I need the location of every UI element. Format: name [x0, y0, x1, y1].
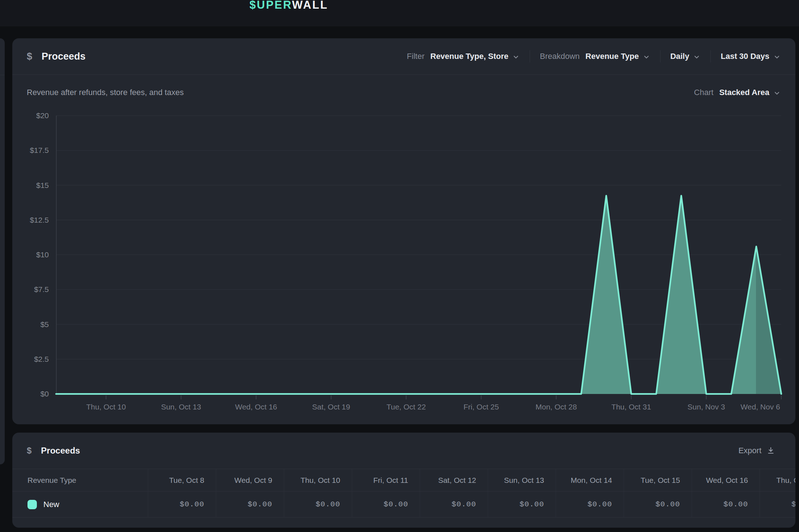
- column-header: Wed, Oct 9: [216, 469, 284, 491]
- chevron-down-icon: [512, 53, 520, 61]
- value-cell: $0.00: [148, 492, 216, 517]
- column-header: Wed, Oct 16: [692, 469, 760, 491]
- x-axis-tick-label: Tue, Oct 22: [366, 403, 446, 411]
- chart-type-value: Stacked Area: [719, 88, 769, 97]
- chevron-down-icon: [693, 53, 701, 61]
- y-axis-tick-label: $5: [9, 320, 49, 329]
- chart-sub-row: Revenue after refunds, store fees, and t…: [12, 88, 795, 97]
- filter-divider: [660, 50, 661, 63]
- filter-divider: [530, 50, 530, 63]
- value-cell: $0.00: [760, 492, 795, 517]
- chart-subtitle: Revenue after refunds, store fees, and t…: [27, 88, 184, 97]
- column-header: Sat, Oct 12: [420, 469, 488, 491]
- filter-value: Revenue Type, Store: [430, 52, 508, 61]
- filter-bar: Filter Revenue Type, Store Breakdown Rev…: [407, 50, 781, 63]
- value-cell: $0.00: [624, 492, 692, 517]
- x-axis-tick-label: Wed, Nov 6: [721, 403, 799, 411]
- breakdown-value: Revenue Type: [585, 52, 639, 61]
- value-cell: $0.00: [284, 492, 352, 517]
- column-header: Thu, Oct 17: [760, 469, 795, 491]
- chart-type-dropdown[interactable]: Chart Stacked Area: [694, 88, 781, 97]
- chevron-down-icon: [773, 89, 781, 97]
- top-navigation-bar: $UPERWALL: [0, 0, 799, 26]
- column-header: Tue, Oct 15: [624, 469, 692, 491]
- x-axis-tick-label: Mon, Oct 28: [516, 403, 596, 411]
- breakdown-label: Breakdown: [540, 52, 580, 61]
- chart-panel-header: $ Proceeds Filter Revenue Type, Store Br…: [12, 38, 795, 75]
- proceeds-table-panel: $ Proceeds Export Revenue TypeTue, Oct 8…: [12, 433, 795, 528]
- date-range-value: Last 30 Days: [721, 52, 769, 61]
- value-cell: $0.00: [420, 492, 488, 517]
- value-cell: $0.00: [216, 492, 284, 517]
- granularity-dropdown[interactable]: Daily: [670, 52, 701, 61]
- logo-rest-text: WALL: [292, 0, 328, 11]
- x-axis-tick-label: Fri, Oct 25: [441, 403, 521, 411]
- superwall-logo: $UPERWALL: [249, 0, 328, 12]
- x-axis-tick-label: Wed, Oct 16: [216, 403, 296, 411]
- filter-dropdown[interactable]: Filter Revenue Type, Store: [407, 52, 520, 61]
- logo-accent-text: $UPER: [249, 0, 292, 11]
- table-panel-title-group: $ Proceeds: [27, 446, 80, 456]
- x-axis-tick-label: Thu, Oct 10: [66, 403, 146, 411]
- y-axis-tick-label: $7.5: [9, 285, 49, 294]
- series-label: New: [43, 500, 59, 509]
- proceeds-table: Revenue TypeTue, Oct 8Wed, Oct 9Thu, Oct…: [12, 469, 795, 518]
- column-header: Revenue Type: [12, 469, 148, 491]
- chevron-down-icon: [773, 53, 781, 61]
- filter-divider: [710, 50, 711, 63]
- chart-panel-title: Proceeds: [42, 51, 86, 62]
- x-axis-tick-label: Thu, Oct 31: [591, 403, 671, 411]
- proceeds-chart-svg: [56, 116, 781, 401]
- value-cell: $0.00: [556, 492, 624, 517]
- proceeds-chart-panel: $ Proceeds Filter Revenue Type, Store Br…: [12, 38, 795, 424]
- column-header: Sun, Oct 13: [488, 469, 556, 491]
- revenue-type-cell: New: [12, 492, 148, 517]
- table-row: New $0.00$0.00$0.00$0.00$0.00$0.00$0.00$…: [12, 492, 795, 518]
- table-panel-title: Proceeds: [41, 446, 80, 456]
- dollar-icon: $: [27, 51, 32, 62]
- export-button[interactable]: Export: [738, 446, 775, 455]
- chart-type-label: Chart: [694, 88, 714, 97]
- date-range-dropdown[interactable]: Last 30 Days: [721, 52, 781, 61]
- column-header: Tue, Oct 8: [148, 469, 216, 491]
- y-axis-tick-label: $17.5: [9, 146, 49, 155]
- x-axis-tick-label: Sun, Oct 13: [141, 403, 221, 411]
- chart-plot-area[interactable]: $20$17.5$15$12.5$10$7.5$5$2.5$0 Thu, Oct…: [56, 116, 781, 394]
- column-header: Mon, Oct 14: [556, 469, 624, 491]
- adjacent-panel-edge: [0, 38, 5, 464]
- y-axis-tick-label: $20: [9, 111, 49, 120]
- chart-panel-title-group: $ Proceeds: [27, 51, 86, 62]
- export-label: Export: [738, 446, 761, 455]
- series-color-swatch: [27, 500, 37, 509]
- y-axis-tick-label: $0: [9, 389, 49, 399]
- value-cell: $0.00: [488, 492, 556, 517]
- breakdown-dropdown[interactable]: Breakdown Revenue Type: [540, 52, 650, 61]
- y-axis-tick-label: $15: [9, 181, 49, 190]
- y-axis-tick-label: $10: [9, 250, 49, 259]
- chevron-down-icon: [642, 53, 650, 61]
- adjacent-panel-divider: [0, 75, 5, 75]
- dollar-icon: $: [27, 446, 31, 456]
- table-header-row: Revenue TypeTue, Oct 8Wed, Oct 9Thu, Oct…: [12, 469, 795, 492]
- column-header: Fri, Oct 11: [352, 469, 420, 491]
- table-panel-header: $ Proceeds Export: [12, 433, 795, 469]
- granularity-value: Daily: [670, 52, 689, 61]
- value-cell: $0.00: [352, 492, 420, 517]
- y-axis-tick-label: $12.5: [9, 215, 49, 225]
- y-axis-tick-label: $2.5: [9, 355, 49, 364]
- download-icon: [766, 446, 775, 455]
- column-header: Thu, Oct 10: [284, 469, 352, 491]
- filter-label: Filter: [407, 52, 424, 61]
- x-axis-tick-label: Sat, Oct 19: [291, 403, 371, 411]
- value-cell: $0.00: [692, 492, 760, 517]
